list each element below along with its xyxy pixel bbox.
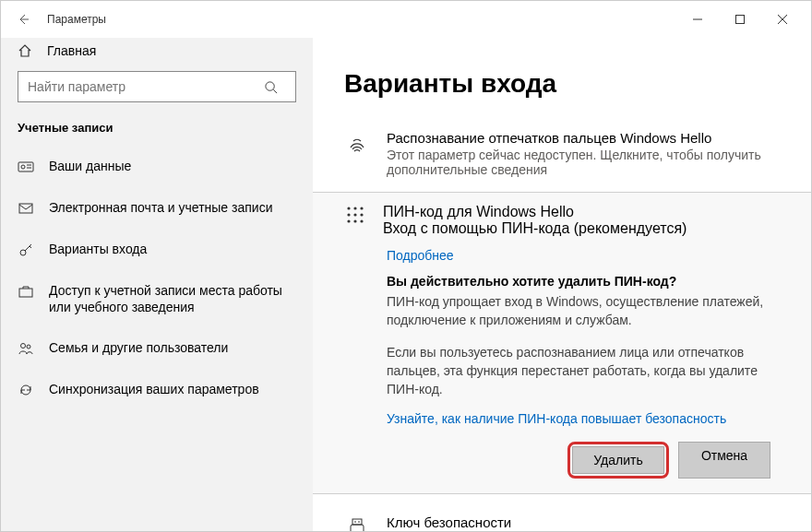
svg-point-8	[21, 165, 25, 169]
keypad-icon	[344, 204, 366, 237]
svg-rect-11	[19, 204, 32, 213]
delete-highlight: Удалить	[567, 442, 669, 479]
option-security-key[interactable]: Ключ безопасности Вход с помощью физичес…	[344, 505, 780, 531]
svg-rect-15	[19, 289, 32, 297]
minimize-button[interactable]	[676, 6, 719, 33]
section-header: Учетные записи	[1, 117, 313, 146]
delete-button[interactable]: Удалить	[572, 446, 664, 474]
svg-rect-2	[736, 16, 745, 24]
home-link[interactable]: Главная	[1, 38, 313, 71]
svg-line-6	[273, 89, 277, 93]
svg-line-14	[30, 246, 31, 248]
briefcase-icon	[18, 283, 34, 300]
pin-more-link[interactable]: Подробнее	[387, 248, 454, 263]
fingerprint-icon	[344, 132, 370, 158]
svg-point-26	[360, 219, 363, 222]
pin-warning-2: Если вы пользуетесь распознаванием лица …	[387, 343, 780, 399]
search-box[interactable]	[18, 71, 296, 102]
svg-rect-7	[18, 162, 33, 171]
svg-point-20	[360, 207, 363, 209]
home-label: Главная	[47, 43, 96, 58]
page-heading: Варианты входа	[344, 69, 780, 99]
person-card-icon	[18, 159, 34, 175]
svg-point-18	[347, 207, 350, 209]
home-icon	[18, 43, 32, 58]
pin-warning-1: ПИН-код упрощает вход в Windows, осущест…	[387, 292, 780, 330]
option-desc: Этот параметр сейчас недоступен. Щелкнит…	[387, 148, 780, 177]
search-input[interactable]	[18, 79, 264, 94]
window-title: Параметры	[47, 13, 106, 26]
svg-point-5	[266, 81, 274, 89]
nav-label: Электронная почта и учетные записи	[49, 199, 272, 216]
svg-point-16	[21, 344, 26, 349]
option-title: Ключ безопасности	[387, 514, 692, 530]
nav-label: Семья и другие пользователи	[49, 339, 228, 356]
svg-point-25	[353, 219, 356, 222]
pin-confirm-text: Вы действительно хотите удалить ПИН-код?	[387, 274, 780, 289]
option-fingerprint[interactable]: Распознавание отпечатков пальцев Windows…	[344, 121, 780, 186]
search-icon	[264, 80, 295, 94]
back-button[interactable]	[8, 5, 38, 34]
svg-point-19	[353, 207, 356, 209]
mail-icon	[18, 200, 34, 217]
nav-family[interactable]: Семья и другие пользователи	[1, 327, 313, 369]
svg-point-22	[353, 213, 356, 216]
close-button[interactable]	[761, 6, 804, 33]
nav-your-info[interactable]: Ваши данные	[1, 146, 313, 187]
nav-label: Синхронизация ваших параметров	[49, 381, 259, 397]
nav-label: Ваши данные	[49, 158, 131, 174]
option-pin-expanded: ПИН-код для Windows Hello Вход с помощью…	[313, 192, 811, 494]
svg-point-21	[347, 213, 350, 216]
option-pin[interactable]: ПИН-код для Windows Hello Вход с помощью…	[344, 204, 780, 237]
option-desc: Вход с помощью ПИН-кода (рекомендуется)	[383, 220, 687, 237]
nav-email-accounts[interactable]: Электронная почта и учетные записи	[1, 187, 313, 229]
svg-rect-28	[351, 525, 364, 531]
sync-icon	[18, 382, 34, 398]
cancel-button[interactable]: Отмена	[678, 442, 770, 479]
svg-point-17	[27, 345, 30, 349]
nav-label: Варианты входа	[49, 241, 147, 257]
nav-work-access[interactable]: Доступ к учетной записи места работы или…	[1, 270, 313, 327]
nav-label: Доступ к учетной записи места работы или…	[49, 282, 296, 315]
option-title: ПИН-код для Windows Hello	[383, 204, 687, 220]
sidebar: Главная Учетные записи Ваши данные Элект…	[1, 38, 313, 531]
nav-sync[interactable]: Синхронизация ваших параметров	[1, 369, 313, 410]
main-panel: Варианты входа Распознавание отпечатков …	[313, 38, 811, 531]
svg-rect-27	[352, 519, 362, 525]
nav-signin-options[interactable]: Варианты входа	[1, 229, 313, 270]
key-icon	[18, 242, 34, 258]
usb-key-icon	[344, 516, 370, 531]
svg-point-24	[347, 219, 350, 222]
option-title: Распознавание отпечатков пальцев Windows…	[387, 130, 780, 146]
pin-learn-link[interactable]: Узнайте, как наличие ПИН-кода повышает б…	[387, 411, 726, 426]
maximize-button[interactable]	[719, 6, 761, 33]
people-icon	[18, 340, 34, 357]
svg-point-23	[360, 213, 363, 216]
